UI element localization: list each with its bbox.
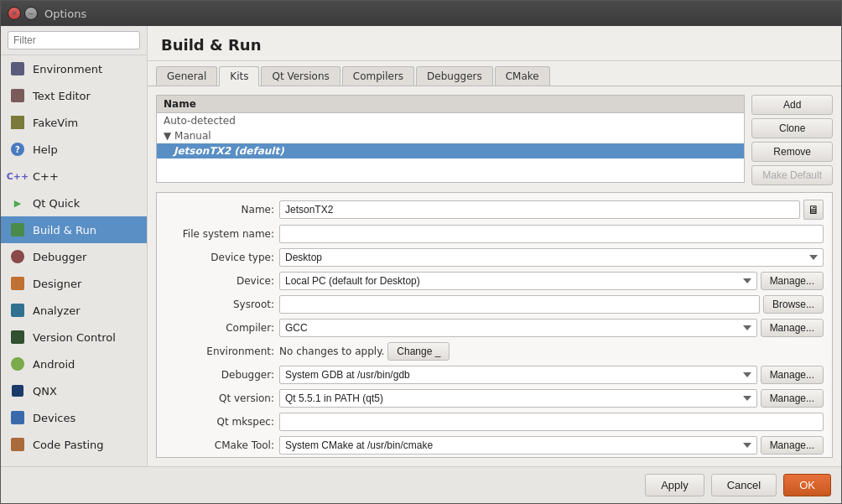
buildrun-icon (9, 221, 26, 238)
sidebar-item-qt-quick[interactable]: ▶ Qt Quick (1, 190, 147, 216)
qnx-icon (9, 382, 26, 399)
kits-tree: Name Auto-detected ▼ Manual JetsonTX2 (d… (156, 95, 745, 183)
cancel-button[interactable]: Cancel (711, 474, 777, 496)
sidebar-label-debugger: Debugger (33, 251, 86, 263)
qt-version-control: Qt 5.5.1 in PATH (qt5) Manage... (279, 389, 824, 408)
filesystem-input[interactable] (279, 225, 824, 243)
tab-qt-versions[interactable]: Qt Versions (261, 66, 340, 86)
tab-cmake[interactable]: CMake (495, 66, 550, 86)
sidebar-label-fakevim: FakeVim (33, 117, 78, 129)
sidebar-label-cpp: C++ (33, 170, 59, 183)
sidebar-item-designer[interactable]: Designer (1, 270, 147, 297)
qt-version-select[interactable]: Qt 5.5.1 in PATH (qt5) (279, 389, 757, 408)
sysroot-input[interactable] (279, 295, 760, 314)
manage-device-button[interactable]: Manage... (761, 272, 824, 290)
sidebar: Environment Text Editor FakeVim ? Help C… (1, 26, 148, 466)
kits-item-jetson[interactable]: JetsonTX2 (default) (157, 143, 744, 158)
kits-top: Name Auto-detected ▼ Manual JetsonTX2 (d… (156, 95, 833, 185)
sidebar-label-version-control: Version Control (33, 331, 116, 344)
device-select[interactable]: Local PC (default for Desktop) (279, 272, 757, 290)
manage-compiler-button[interactable]: Manage... (761, 319, 824, 337)
clone-kit-button[interactable]: Clone (751, 118, 833, 138)
sidebar-item-fakevim[interactable]: FakeVim (1, 109, 147, 136)
name-icon-button[interactable]: 🖥 (803, 200, 824, 220)
form-row-qt-version: Qt version: Qt 5.5.1 in PATH (qt5) Manag… (165, 389, 824, 408)
apply-button[interactable]: Apply (645, 474, 704, 496)
sysroot-label: Sysroot: (165, 299, 274, 310)
sidebar-item-code-pasting[interactable]: Code Pasting (1, 431, 147, 458)
sidebar-item-cpp[interactable]: C++ C++ (1, 163, 147, 190)
sidebar-item-environment[interactable]: Environment (1, 55, 147, 82)
form-row-debugger: Debugger: System GDB at /usr/bin/gdb Man… (165, 366, 824, 384)
manage-qt-button[interactable]: Manage... (761, 389, 824, 408)
tab-kits[interactable]: Kits (219, 66, 259, 86)
kits-group-auto[interactable]: Auto-detected (157, 113, 744, 128)
kits-buttons: Add Clone Remove Make Default (751, 95, 833, 185)
tab-general[interactable]: General (156, 66, 217, 86)
environment-label: Environment: (165, 346, 274, 357)
sidebar-item-help[interactable]: ? Help (1, 136, 147, 163)
form-row-qt-mkspec: Qt mkspec: (165, 413, 824, 431)
env-icon (9, 60, 26, 77)
sidebar-label-analyzer: Analyzer (33, 304, 81, 317)
sidebar-label-code-pasting: Code Pasting (33, 439, 104, 451)
kits-tree-header: Name (157, 96, 744, 113)
remove-kit-button[interactable]: Remove (751, 142, 833, 162)
debugger-label: Debugger: (165, 369, 274, 381)
tab-debuggers[interactable]: Debuggers (416, 66, 493, 86)
form-row-device-type: Device type: Desktop (165, 248, 824, 267)
devices-icon (9, 409, 26, 426)
browse-sysroot-button[interactable]: Browse... (763, 295, 824, 314)
sidebar-label-qnx: QNX (33, 385, 57, 397)
manage-debugger-button[interactable]: Manage... (761, 366, 824, 384)
text-editor-icon (9, 87, 26, 104)
debugger-icon (9, 248, 26, 265)
device-type-label: Device type: (165, 252, 274, 263)
vc-icon (9, 329, 26, 346)
debugger-select[interactable]: System GDB at /usr/bin/gdb (279, 366, 757, 384)
sidebar-item-text-editor[interactable]: Text Editor (1, 82, 147, 109)
codepasting-icon (9, 436, 26, 453)
titlebar: ✕ − Options (1, 1, 841, 26)
sidebar-list: Environment Text Editor FakeVim ? Help C… (1, 55, 147, 466)
cmake-tool-select[interactable]: System CMake at /usr/bin/cmake (279, 436, 757, 455)
analyzer-icon (9, 302, 26, 319)
environment-control: No changes to apply. Change _ (279, 342, 824, 361)
change-env-button[interactable]: Change _ (387, 342, 450, 361)
sidebar-item-android[interactable]: Android (1, 351, 147, 377)
fakevim-icon (9, 114, 26, 131)
make-default-kit-button[interactable]: Make Default (751, 165, 833, 185)
content-title: Build & Run (148, 26, 841, 61)
kits-group-manual[interactable]: ▼ Manual (157, 128, 744, 143)
ok-button[interactable]: OK (783, 474, 831, 496)
main-area: Environment Text Editor FakeVim ? Help C… (1, 26, 841, 466)
manage-cmake-button[interactable]: Manage... (761, 436, 824, 455)
sidebar-label-devices: Devices (33, 412, 75, 424)
qt-mkspec-input[interactable] (279, 413, 824, 431)
sidebar-item-devices[interactable]: Devices (1, 404, 147, 431)
name-input[interactable] (279, 200, 800, 219)
device-control: Local PC (default for Desktop) Manage... (279, 272, 824, 290)
qtquick-icon: ▶ (9, 195, 26, 211)
sidebar-label-qt-quick: Qt Quick (33, 197, 80, 210)
sidebar-item-qnx[interactable]: QNX (1, 377, 147, 404)
tab-compilers[interactable]: Compilers (342, 66, 414, 86)
close-button[interactable]: ✕ (8, 7, 21, 20)
name-label: Name: (165, 204, 274, 216)
environment-value: No changes to apply. (279, 346, 384, 357)
form-row-device: Device: Local PC (default for Desktop) M… (165, 272, 824, 290)
kit-form: Name: 🖥 File system name: (156, 192, 833, 458)
form-row-name: Name: 🖥 (165, 200, 824, 220)
sidebar-item-version-control[interactable]: Version Control (1, 324, 147, 351)
minimize-button[interactable]: − (24, 7, 38, 20)
add-kit-button[interactable]: Add (751, 95, 833, 115)
device-type-select[interactable]: Desktop (279, 248, 824, 267)
device-label: Device: (165, 275, 274, 287)
sidebar-item-analyzer[interactable]: Analyzer (1, 297, 147, 324)
filter-input[interactable] (8, 31, 140, 49)
sidebar-label-build-run: Build & Run (33, 224, 96, 236)
compiler-select[interactable]: GCC (279, 319, 757, 337)
sidebar-item-build-run[interactable]: Build & Run (1, 216, 147, 243)
sidebar-item-debugger[interactable]: Debugger (1, 243, 147, 270)
qt-version-label: Qt version: (165, 392, 274, 404)
